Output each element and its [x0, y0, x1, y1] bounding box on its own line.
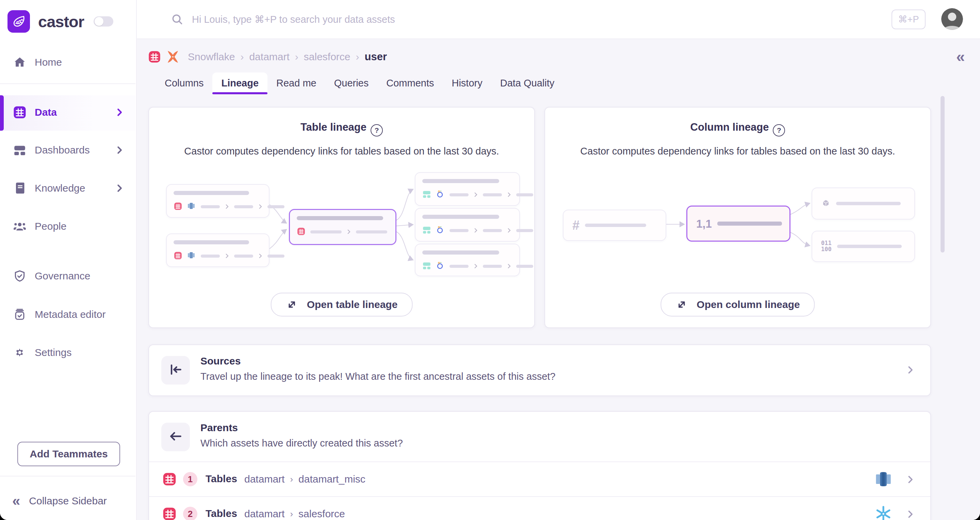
chevron-right-icon	[473, 192, 479, 198]
skeleton-upstream-node	[166, 184, 269, 218]
sidebar-item-data[interactable]: Data	[0, 95, 135, 129]
sidebar-item-label: Settings	[35, 347, 72, 358]
chevron-right-icon[interactable]	[905, 509, 915, 519]
sources-title: Sources	[200, 355, 240, 367]
tabbar: Columns Lineage Read me Queries Comments…	[156, 73, 563, 94]
table-icon	[297, 227, 306, 237]
double-chevron-left-icon: «	[12, 494, 20, 508]
looker-icon	[436, 226, 445, 235]
tab-lineage[interactable]: Lineage	[212, 73, 267, 94]
parents-title: Parents	[200, 422, 238, 434]
sidebar-item-knowledge[interactable]: Knowledge	[0, 171, 135, 205]
sidebar-item-home[interactable]: Home	[0, 45, 135, 79]
sources-card[interactable]: Sources Travel up the lineage to its pea…	[148, 344, 931, 396]
search-input[interactable]	[191, 8, 771, 31]
castor-logo-icon	[8, 10, 30, 33]
column-lineage-diagram: # 1,1	[557, 169, 918, 281]
button-label: Open table lineage	[307, 299, 398, 310]
chevron-right-icon	[224, 204, 230, 210]
chevron-right-icon	[346, 229, 352, 235]
column-lineage-card: Column lineage? Castor computes dependen…	[544, 107, 931, 328]
data-grid-icon	[12, 105, 27, 120]
sidebar-divider	[0, 476, 135, 476]
chevron-right-icon	[115, 107, 124, 118]
theme-toggle[interactable]	[94, 16, 113, 27]
help-icon[interactable]: ?	[371, 124, 383, 137]
row-index-badge: 2	[183, 507, 197, 520]
snowflake-icon	[875, 505, 892, 520]
parents-icon-container	[161, 423, 190, 451]
asset-path: datamart › salesforce	[244, 508, 345, 520]
tab-queries[interactable]: Queries	[325, 73, 378, 94]
card-title: Table lineage?	[149, 121, 534, 137]
table-lineage-card: Table lineage? Castor computes dependenc…	[148, 107, 535, 328]
main-content: Snowflake › datamart › salesforce › user…	[137, 39, 980, 520]
asset-type: Tables	[205, 508, 237, 519]
asset-path: datamart › datamart_misc	[244, 473, 366, 485]
tab-history[interactable]: History	[443, 73, 491, 94]
chevron-right-icon[interactable]	[905, 474, 915, 485]
collapse-sidebar-button[interactable]: « Collapse Sidebar	[0, 487, 135, 515]
sources-icon-container	[161, 356, 190, 385]
open-column-lineage-button[interactable]: Open column lineage	[660, 293, 815, 316]
chevron-right-icon	[257, 253, 263, 259]
add-teammates-button[interactable]: Add Teammates	[18, 442, 120, 466]
parent-row[interactable]: 2 Tables datamart › salesforce	[149, 497, 930, 520]
shortcut-badge: ⌘+P	[891, 10, 926, 29]
sidebar-divider	[0, 83, 135, 84]
scrollbar-thumb[interactable]	[940, 96, 945, 253]
breadcrumb-separator-icon: ›	[240, 51, 243, 63]
breadcrumb-item[interactable]: Snowflake	[188, 51, 235, 63]
expand-icon	[675, 299, 688, 311]
tab-comments[interactable]: Comments	[377, 73, 443, 94]
breadcrumb: Snowflake › datamart › salesforce › user	[148, 49, 387, 64]
path-separator-icon: ›	[290, 474, 293, 485]
sidebar-item-metadata-editor[interactable]: Metadata editor	[0, 297, 135, 331]
sidebar-item-dashboards[interactable]: Dashboards	[0, 133, 135, 167]
castor-app: castor Home Data Dashboar	[0, 0, 980, 520]
chevron-right-icon	[506, 227, 512, 234]
skeleton-upstream-node	[166, 234, 269, 267]
brand-row: castor	[8, 10, 113, 33]
dashboard-icon	[422, 190, 432, 199]
sidebar-item-label: People	[35, 221, 66, 232]
open-table-lineage-button[interactable]: Open table lineage	[271, 293, 413, 316]
table-icon	[173, 202, 183, 211]
redshift-icon	[875, 470, 892, 488]
breadcrumb-item[interactable]: datamart	[249, 51, 289, 63]
parent-row[interactable]: 1 Tables datamart › datamart_misc	[149, 462, 930, 496]
chevron-right-icon[interactable]	[905, 365, 915, 375]
metadata-editor-icon	[12, 307, 27, 322]
dashboards-icon	[12, 143, 27, 157]
skeleton-upstream-column: #	[563, 210, 666, 241]
tab-columns[interactable]: Columns	[156, 73, 212, 94]
path-separator-icon: ›	[290, 509, 293, 519]
help-icon[interactable]: ?	[773, 124, 785, 137]
chevron-right-icon	[473, 227, 479, 234]
skeleton-downstream-node	[415, 208, 520, 242]
avatar[interactable]	[941, 8, 963, 30]
expand-icon	[286, 299, 298, 311]
collapse-panel-icon[interactable]: «	[956, 49, 965, 64]
asset-type: Tables	[205, 473, 237, 485]
sidebar-item-label: Data	[35, 107, 57, 118]
sources-description: Travel up the lineage to its peak! What …	[200, 371, 555, 382]
tab-read-me[interactable]: Read me	[267, 73, 325, 94]
parents-card: Parents Which assets have directly creat…	[148, 411, 931, 520]
shield-check-icon	[12, 269, 27, 283]
sidebar-item-governance[interactable]: Governance	[0, 259, 135, 293]
sidebar-item-label: Knowledge	[35, 183, 85, 194]
breadcrumb-current: user	[365, 51, 387, 63]
table-icon	[173, 251, 183, 261]
dashboard-icon	[422, 261, 432, 271]
arrow-left-icon	[168, 429, 183, 445]
button-label: Open column lineage	[697, 299, 800, 310]
sidebar-item-settings[interactable]: Settings	[0, 336, 135, 370]
looker-icon	[436, 190, 445, 199]
sidebar-item-people[interactable]: People	[0, 209, 135, 243]
parents-description: Which assets have directly created this …	[200, 437, 403, 449]
gear-icon	[12, 345, 27, 360]
breadcrumb-item[interactable]: salesforce	[304, 51, 350, 63]
tab-data-quality[interactable]: Data Quality	[492, 73, 563, 94]
topbar: ⌘+P	[137, 0, 980, 39]
